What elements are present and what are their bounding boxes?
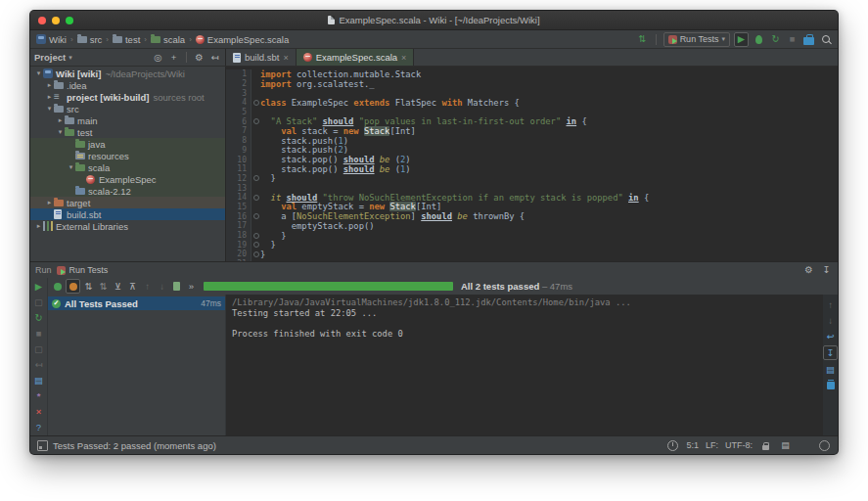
close-window-button[interactable] — [38, 17, 46, 24]
fold-marker[interactable] — [251, 118, 260, 124]
encoding[interactable]: UTF-8: — [725, 440, 753, 450]
chevron-down-icon[interactable]: ▾ — [69, 54, 72, 62]
down-stack-trace-icon[interactable]: ↓ — [824, 314, 837, 327]
dump-threads-icon[interactable]: ▢ — [32, 342, 45, 355]
code-line: 19 } — [226, 240, 838, 250]
toolbox-icon[interactable] — [802, 33, 815, 46]
exit-icon[interactable]: ↤ — [32, 358, 45, 371]
clear-all-icon[interactable] — [824, 379, 837, 391]
locate-file-icon[interactable]: ◎ — [152, 51, 164, 64]
tab-build.sbt[interactable]: build.sbt× — [226, 49, 297, 66]
tree-item-.idea[interactable]: ▸.idea — [30, 79, 225, 91]
breadcrumb-item[interactable]: test — [113, 34, 140, 45]
tree-expand-icon[interactable]: ▸ — [45, 81, 54, 89]
tree-item-scala-2.12[interactable]: scala-2.12 — [30, 185, 225, 197]
fold-marker[interactable] — [251, 175, 260, 181]
rerun-failed-button[interactable]: ↻ — [32, 311, 45, 324]
update-project-icon[interactable]: ⇅ — [636, 33, 649, 46]
debug-button[interactable] — [753, 33, 765, 46]
next-failed-icon[interactable]: ↓ — [156, 280, 168, 293]
print-icon[interactable]: ▤ — [824, 363, 837, 376]
stop-button[interactable]: ■ — [786, 33, 799, 46]
clock-icon[interactable] — [666, 439, 679, 452]
run-console[interactable]: /Library/Java/JavaVirtualMachines/jdk1.8… — [226, 295, 823, 435]
breadcrumb-item[interactable]: scala — [151, 34, 185, 45]
soft-wrap-icon[interactable]: ↩ — [824, 330, 837, 342]
collapse-all-icon[interactable]: ⊼ — [126, 280, 139, 293]
console-tab-icon[interactable]: ▤ — [32, 374, 45, 387]
fold-marker[interactable] — [251, 242, 260, 248]
search-everywhere-button[interactable] — [819, 33, 832, 46]
line-separator[interactable]: LF: — [706, 440, 718, 450]
tree-item-test[interactable]: ▾test — [30, 126, 225, 138]
tree-item-main[interactable]: ▸main — [30, 114, 225, 126]
breadcrumb-item[interactable]: ExampleSpec.scala — [196, 34, 289, 45]
close-tab-icon[interactable]: × — [401, 53, 406, 63]
hide-panel-icon[interactable]: ↤ — [208, 51, 221, 64]
coverage-button[interactable]: ↻ — [769, 33, 782, 46]
collapse-all-icon[interactable]: + — [167, 51, 180, 64]
test-result-row[interactable]: ✓All Tests Passed47ms — [48, 296, 225, 310]
test-history-icon[interactable] — [170, 280, 183, 293]
stop-button[interactable]: ■ — [32, 327, 45, 340]
up-stack-trace-icon[interactable]: ↑ — [824, 298, 837, 311]
tree-expand-icon[interactable]: ▸ — [56, 116, 65, 124]
breadcrumb-item[interactable]: Wiki — [36, 34, 67, 45]
tree-expand-icon[interactable]: ▸ — [34, 222, 43, 230]
gear-icon[interactable]: ⚙ — [193, 51, 206, 64]
tab-ExampleSpec.scala[interactable]: ExampleSpec.scala× — [297, 49, 415, 66]
fold-marker[interactable] — [251, 251, 260, 257]
tree-item-build.sbt[interactable]: build.sbt — [30, 208, 225, 220]
close-tab-icon[interactable]: × — [283, 53, 288, 63]
tree-expand-icon[interactable]: ▾ — [34, 69, 43, 77]
filter-icon[interactable]: * — [32, 389, 45, 402]
fold-marker[interactable] — [251, 213, 260, 219]
help-button[interactable]: ? — [32, 421, 45, 433]
sort-by-duration-icon[interactable]: ⇅ — [97, 280, 110, 293]
tree-item-target[interactable]: ▸target — [30, 197, 225, 208]
frames-icon[interactable]: ▢ — [32, 296, 45, 308]
more-options-icon[interactable]: » — [185, 280, 198, 293]
zoom-window-button[interactable] — [66, 17, 73, 24]
run-button[interactable]: ▶ — [734, 32, 749, 47]
toolwindow-switcher-icon[interactable] — [37, 440, 48, 451]
tree-expand-icon[interactable]: ▸ — [45, 199, 54, 206]
tree-expand-icon[interactable]: ▾ — [56, 128, 65, 136]
hide-passed-toggle[interactable] — [51, 280, 64, 293]
teamcity-icon[interactable] — [799, 439, 811, 452]
fold-marker[interactable] — [251, 233, 260, 239]
lock-icon[interactable] — [759, 439, 772, 452]
gear-icon[interactable]: ⚙ — [802, 264, 815, 277]
rerun-tests-button[interactable]: ▶ — [32, 280, 45, 293]
tree-item-resources[interactable]: resources — [30, 150, 225, 161]
line-number: 12 — [226, 174, 251, 184]
tree-item-External-Libraries[interactable]: ▸External Libraries — [30, 220, 225, 232]
run-panel-tab[interactable]: Run Tests — [57, 265, 109, 275]
tree-expand-icon[interactable]: ▸ — [45, 93, 54, 101]
hector-icon[interactable] — [818, 439, 831, 452]
sort-alphabetically-icon[interactable]: ⇅ — [82, 280, 95, 293]
tree-item-java[interactable]: java — [30, 138, 225, 150]
show-ignored-toggle[interactable] — [66, 279, 80, 294]
tree-item-src[interactable]: ▾src — [30, 103, 225, 114]
breadcrumb-item[interactable]: src — [77, 34, 103, 45]
tree-item-Wiki-wiki-[interactable]: ▾Wiki [wiki]~/IdeaProjects/Wiki — [30, 68, 225, 79]
minimize-window-button[interactable] — [52, 17, 60, 24]
line-number: 8 — [226, 136, 251, 146]
tree-item-project-wiki-build-[interactable]: ▸≡project [wiki-build]sources root — [30, 91, 225, 103]
fold-marker[interactable] — [251, 100, 260, 106]
close-button[interactable]: × — [32, 405, 45, 418]
fold-marker[interactable] — [251, 195, 260, 201]
tree-item-ExampleSpec[interactable]: ExampleSpec — [30, 173, 225, 185]
previous-failed-icon[interactable]: ↑ — [141, 280, 154, 293]
tree-item-scala[interactable]: ▾scala — [30, 161, 225, 173]
caret-position[interactable]: 5:1 — [686, 440, 699, 450]
tree-expand-icon[interactable]: ▾ — [45, 105, 54, 113]
expand-all-icon[interactable]: ⊻ — [112, 280, 124, 293]
tree-expand-icon[interactable]: ▾ — [67, 163, 75, 171]
run-configuration-select[interactable]: Run Tests ▾ — [663, 32, 730, 47]
scroll-to-end-icon[interactable]: ↧ — [823, 345, 838, 360]
hide-panel-icon[interactable]: ↧ — [820, 264, 833, 277]
columns-icon-shape[interactable]: ▤ — [779, 439, 792, 452]
code-editor[interactable]: 1import collection.mutable.Stack2import … — [226, 67, 838, 261]
